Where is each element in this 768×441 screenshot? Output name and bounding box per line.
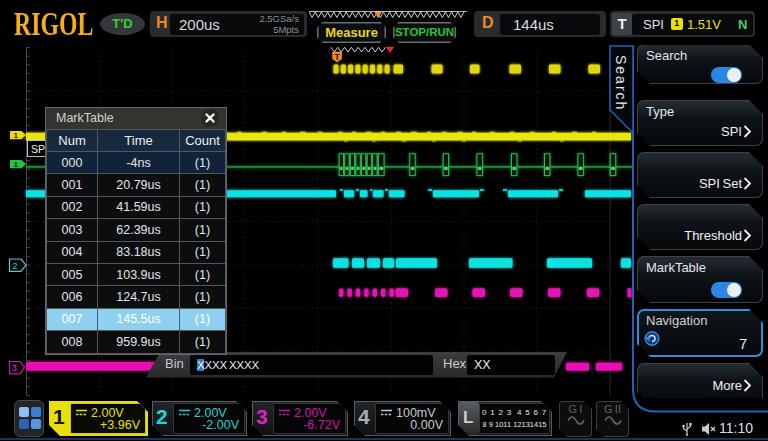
svg-text:2: 2	[13, 261, 18, 271]
svg-text:1: 1	[14, 131, 19, 140]
svg-text:1: 1	[14, 160, 19, 169]
svg-text:T: T	[335, 52, 341, 62]
svg-text:3: 3	[12, 363, 17, 373]
